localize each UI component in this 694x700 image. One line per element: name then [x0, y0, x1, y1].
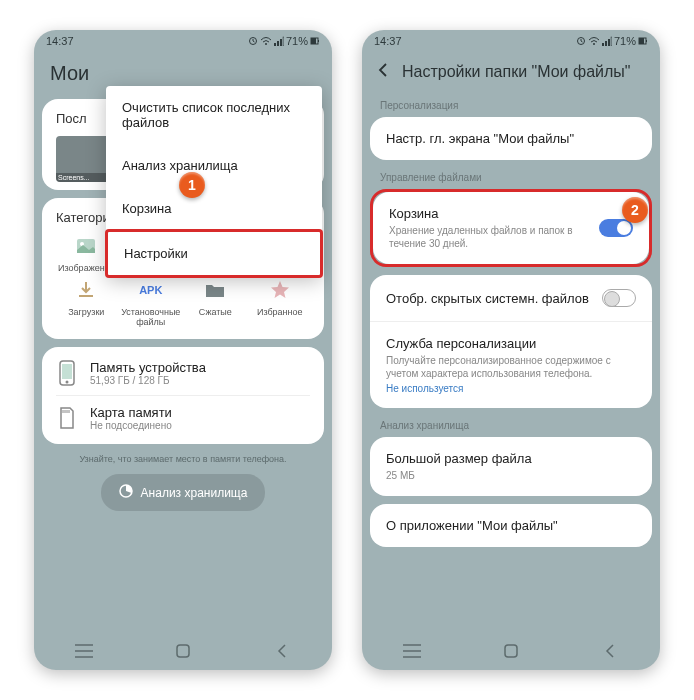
category-apk[interactable]: APK Установочные файлы — [121, 279, 182, 327]
popup-settings[interactable]: Настройки — [105, 229, 323, 278]
nav-back[interactable] — [262, 643, 302, 659]
svg-rect-27 — [505, 645, 517, 657]
apk-icon: APK — [140, 279, 162, 301]
alarm-icon — [248, 36, 258, 46]
section-personalization: Персонализация — [370, 96, 652, 117]
storage-sdcard[interactable]: Карта памяти Не подсоединено — [56, 395, 310, 440]
category-downloads[interactable]: Загрузки — [56, 279, 117, 327]
status-right: 71% — [248, 35, 320, 47]
svg-rect-20 — [602, 43, 604, 46]
section-storage-analysis: Анализ хранилища — [370, 416, 652, 437]
settings-header: Настройки папки "Мои файлы" — [370, 52, 652, 96]
svg-rect-7 — [311, 38, 316, 44]
svg-rect-22 — [608, 39, 610, 46]
battery-icon — [310, 36, 320, 46]
svg-rect-26 — [646, 40, 647, 42]
status-right: 71% — [576, 35, 648, 47]
status-bar: 14:37 71% — [362, 30, 660, 52]
nav-home[interactable] — [163, 643, 203, 659]
setting-about[interactable]: О приложении "Мои файлы" — [370, 504, 652, 547]
sdcard-icon — [56, 404, 78, 432]
svg-point-1 — [265, 43, 267, 45]
svg-rect-3 — [277, 41, 279, 46]
wifi-icon — [588, 36, 600, 46]
hidden-files-toggle[interactable] — [602, 289, 636, 307]
popup-analyze-storage[interactable]: Анализ хранилища — [106, 144, 322, 187]
trash-card-highlight: Корзина Хранение удаленных файлов и папо… — [370, 189, 652, 267]
signal-icon — [602, 36, 612, 46]
svg-rect-14 — [62, 364, 72, 379]
step-badge-2: 2 — [622, 197, 648, 223]
download-icon — [75, 279, 97, 301]
status-bar: 14:37 71% — [34, 30, 332, 52]
svg-point-19 — [593, 43, 595, 45]
setting-trash[interactable]: Корзина Хранение удаленных файлов и папо… — [373, 192, 649, 264]
battery-text: 71% — [286, 35, 308, 47]
image-icon — [75, 235, 97, 257]
nav-home[interactable] — [491, 643, 531, 659]
svg-rect-23 — [611, 37, 612, 46]
alarm-icon — [576, 36, 586, 46]
svg-rect-5 — [283, 37, 284, 46]
signal-icon — [274, 36, 284, 46]
wifi-icon — [260, 36, 272, 46]
nav-bar — [34, 632, 332, 670]
svg-point-15 — [66, 381, 69, 384]
popup-clear-recent[interactable]: Очистить список последних файлов — [106, 86, 322, 144]
step-badge-1: 1 — [179, 172, 205, 198]
category-compressed[interactable]: Сжатые — [185, 279, 246, 327]
battery-text: 71% — [614, 35, 636, 47]
storage-hint: Узнайте, что занимает место в памяти тел… — [42, 454, 324, 464]
svg-rect-21 — [605, 41, 607, 46]
popup-trash[interactable]: Корзина — [106, 187, 322, 230]
settings-title: Настройки папки "Мои файлы" — [402, 63, 631, 81]
setting-personalization-service[interactable]: Служба персонализации Получайте персонал… — [370, 321, 652, 408]
battery-icon — [638, 36, 648, 46]
nav-bar — [362, 632, 660, 670]
storage-card: Память устройства 51,93 ГБ / 128 ГБ Карт… — [42, 347, 324, 444]
setting-large-file[interactable]: Большой размер файла 25 МБ — [370, 437, 652, 496]
category-favorites[interactable]: Избранное — [250, 279, 311, 327]
svg-rect-2 — [274, 43, 276, 46]
setting-hidden-files[interactable]: Отобр. скрытых системн. файлов — [370, 275, 652, 321]
star-icon — [269, 279, 291, 301]
nav-back[interactable] — [590, 643, 630, 659]
setting-home-screen[interactable]: Настр. гл. экрана "Мои файлы" — [370, 117, 652, 160]
status-time: 14:37 — [374, 35, 402, 47]
storage-internal[interactable]: Память устройства 51,93 ГБ / 128 ГБ — [56, 351, 310, 395]
status-time: 14:37 — [46, 35, 74, 47]
back-icon[interactable] — [376, 62, 390, 82]
nav-recent[interactable] — [392, 644, 432, 658]
phone-left: 14:37 71% Мои Посл Категории — [34, 30, 332, 670]
phone-storage-icon — [56, 359, 78, 387]
svg-rect-8 — [318, 40, 319, 42]
section-file-management: Управление файлами — [370, 168, 652, 189]
svg-rect-25 — [639, 38, 644, 44]
svg-rect-17 — [177, 645, 189, 657]
trash-toggle[interactable] — [599, 219, 633, 237]
pie-chart-icon — [119, 484, 133, 501]
options-popup: Очистить список последних файлов Анализ … — [106, 86, 322, 277]
svg-rect-4 — [280, 39, 282, 46]
nav-recent[interactable] — [64, 644, 104, 658]
folder-icon — [204, 279, 226, 301]
phone-right: 14:37 71% Настройки папки "Мои файлы" Пе… — [362, 30, 660, 670]
analyze-storage-button[interactable]: Анализ хранилища — [101, 474, 266, 511]
